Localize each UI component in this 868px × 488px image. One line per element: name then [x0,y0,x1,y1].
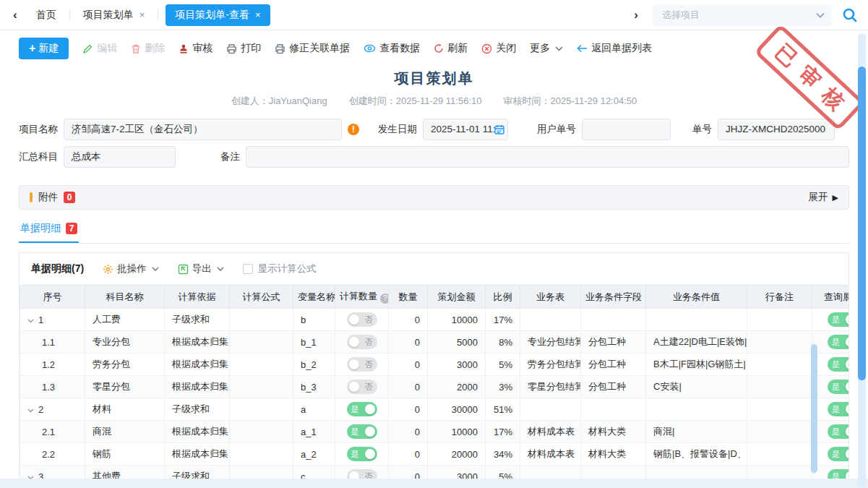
show-formula-option: 显示计算公式 [243,262,317,275]
search-icon[interactable] [842,7,858,23]
toggle-knob [365,449,375,459]
back-chevron-icon[interactable]: ‹ [7,8,23,22]
display-toggle[interactable]: 是 [828,357,849,372]
row-expand-icon[interactable] [27,319,34,323]
batch-operation-button[interactable]: 批操作 [103,262,159,275]
tab-close-icon[interactable]: × [139,9,145,20]
cell-variable: a_2 [293,443,335,466]
edit-button[interactable]: 编辑 [82,42,117,55]
table-row: 1人工费子级求和b否01000017%是 [20,309,850,331]
export-icon [178,264,189,275]
detail-table-panel: 单据明细(7) 批操作 导出 显示计算公式 [19,252,849,488]
close-button[interactable]: 关闭 [481,42,516,55]
new-label: 新建 [38,42,59,55]
cell-biz_field: 分包工种 [581,331,646,354]
cell-subject: 材料 [85,398,165,421]
audit-button[interactable]: 审核 [179,42,212,55]
table-row: 2材料子级求和a是03000051%是 [20,398,850,421]
doc-no-field[interactable]: JHJZ-XMCHD2025000 [718,119,835,140]
column-header-6: 数量 [389,286,428,309]
column-header-7: 策划金额 [428,286,486,309]
calc-qty-toggle[interactable]: 是 [347,424,377,439]
cell-qty: 0 [389,331,428,354]
toggle-knob [846,314,849,325]
column-header-11: 业务条件值 [646,286,747,309]
more-button[interactable]: 更多 [530,42,563,55]
new-button[interactable]: + 新建 [19,38,69,59]
occur-date-label: 发生日期 [378,123,417,136]
calc-qty-toggle[interactable]: 否 [347,312,377,327]
cell-biz_field: 分包工种 [581,354,646,376]
display-toggle[interactable]: 是 [828,380,849,394]
expand-button[interactable]: 展开 ▶ [809,191,838,204]
cell-variable: b_1 [293,331,335,354]
table-row: 2.2钢筋根据成本归集a_2是02000034%材料成本表材料大类钢筋|B、报警… [20,443,850,466]
cell-biz_value: C安装| [646,376,747,398]
tab-project-plan[interactable]: 项目策划单 × [70,0,158,30]
attachment-label: 附件 [38,191,58,204]
help-icon[interactable]: ? [380,294,389,304]
cell-display: 是 [812,443,850,466]
toggle-label: 是 [832,314,840,325]
audit-label: 审核 [192,42,212,55]
attachment-bar[interactable]: 附件 0 展开 ▶ [19,185,849,210]
cell-subject: 钢筋 [85,443,165,466]
chevron-down-icon [152,267,159,271]
summary-subject-field[interactable]: 总成本 [64,146,176,168]
display-toggle[interactable]: 是 [828,402,849,416]
calc-qty-toggle[interactable]: 否 [347,357,377,372]
page-scrollbar-thumb[interactable] [858,67,866,380]
occur-date-field[interactable]: 2025-11-01 11:47: [423,119,508,140]
refresh-button[interactable]: 刷新 [434,42,468,55]
delete-button[interactable]: 删除 [131,42,165,55]
display-toggle[interactable]: 是 [828,424,849,439]
calc-qty-toggle[interactable]: 否 [347,335,377,349]
warning-icon[interactable]: ! [348,124,359,135]
display-toggle[interactable]: 是 [828,312,849,327]
table-scrollbar-thumb[interactable] [811,344,817,473]
table-row: 2.1商混根据成本归集a_1是01000017%材料成本表材料大类商混|是 [20,421,850,443]
tab-home[interactable]: 首页 [23,0,69,30]
tab-project-plan-view[interactable]: 项目策划单-查看 × [166,4,270,26]
table-row: 1.2劳务分包根据成本归集b_2否030005%劳务分包结算子分包工种B木工|F… [20,354,850,376]
cell-seq: 1 [20,309,85,331]
export-button[interactable]: 导出 [178,262,224,275]
calc-qty-toggle[interactable]: 是 [347,447,377,461]
calc-qty-toggle[interactable]: 否 [347,380,377,394]
project-name-field[interactable]: 济邹高速7-2工区（金石公司） [64,119,342,140]
cell-amount: 10000 [428,421,486,443]
plus-icon: + [29,42,35,55]
cell-qty: 0 [389,398,428,421]
top-tab-bar: ‹ 首页 项目策划单 × 项目策划单-查看 × › 选择项目 [0,0,868,30]
cell-row_remark [747,309,812,331]
user-no-field[interactable] [582,119,671,140]
summary-subject-label: 汇总科目 [19,150,58,163]
forward-chevron-icon[interactable]: › [628,8,644,22]
calendar-icon[interactable] [494,124,504,134]
tab-detail-list[interactable]: 单据明细 7 [19,222,79,243]
cell-row_remark [747,421,812,443]
cell-basis: 根据成本归集 [165,443,230,466]
cell-variable: b_2 [293,354,335,376]
display-toggle[interactable]: 是 [828,335,849,349]
print-button[interactable]: 打印 [226,42,261,55]
cell-amount: 20000 [428,443,486,466]
column-header-2: 计算依据 [165,286,230,309]
show-formula-checkbox[interactable] [243,264,253,274]
back-to-list-button[interactable]: 返回单据列表 [577,42,652,55]
calc-qty-toggle[interactable]: 是 [347,402,377,416]
cell-basis: 子级求和 [165,309,230,331]
cell-ratio: 8% [486,331,520,354]
view-data-button[interactable]: 查看数据 [364,42,420,55]
row-expand-icon[interactable] [27,408,34,413]
tab-close-icon[interactable]: × [255,9,261,20]
cell-amount: 2000 [428,376,486,398]
cell-display: 是 [812,354,850,376]
batch-operation-label: 批操作 [117,262,147,275]
fix-linked-button[interactable]: 修正关联单据 [275,42,350,55]
remark-field[interactable] [246,146,849,168]
audit-time-meta: 审核时间：2025-11-29 12:04:50 [504,95,637,108]
page-scrollbar[interactable] [858,33,866,488]
project-select[interactable]: 选择项目 [653,4,832,26]
display-toggle[interactable]: 是 [828,447,849,461]
